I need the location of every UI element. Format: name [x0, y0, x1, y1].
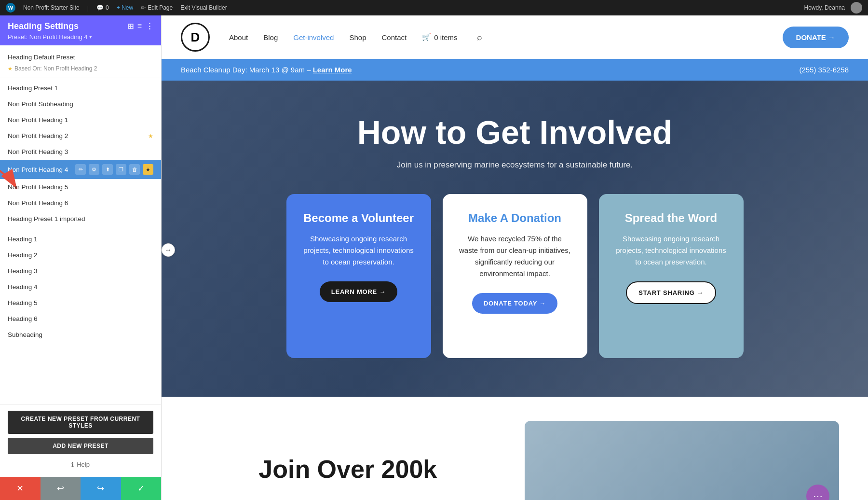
preset-item-heading-2[interactable]: Heading 2: [0, 247, 161, 263]
settings-preset-icon[interactable]: ⚙: [89, 164, 99, 175]
wp-logo-letter: W: [8, 5, 13, 11]
bottom-title: Join Over 200k: [190, 455, 505, 484]
comments-link[interactable]: 💬 0: [96, 4, 109, 11]
nav-about[interactable]: About: [229, 33, 248, 42]
learn-more-link[interactable]: Learn More: [313, 66, 352, 74]
preset-item-heading-preset-1[interactable]: Heading Preset 1: [0, 80, 161, 96]
bottom-section: Join Over 200k ⋯: [162, 397, 868, 500]
edit-preset-icon[interactable]: ✏: [75, 164, 86, 175]
nav-cart[interactable]: 🛒 0 items: [422, 33, 457, 42]
donation-card-title: Make A Donation: [458, 211, 572, 225]
preset-item-heading-default[interactable]: Heading Default Preset: [0, 49, 161, 65]
wp-logo[interactable]: W: [6, 3, 15, 13]
donation-card: Make A Donation We have recycled 75% of …: [443, 194, 587, 358]
comment-icon: 💬: [96, 4, 104, 11]
preset-item-np-heading-3[interactable]: Non Profit Heading 3: [0, 144, 161, 160]
preset-item-np-heading-6[interactable]: Non Profit Heading 6: [0, 195, 161, 211]
sidebar-toolbar: ✕ ↩ ↪ ✓: [0, 477, 161, 500]
active-item-icons: ✏ ⚙ ⬆ ❐ 🗑 ★: [75, 164, 153, 175]
sidebar-title-bar: Heading Settings ⊞ ≡ ⋮: [8, 21, 153, 31]
columns-icon[interactable]: ≡: [137, 22, 142, 31]
export-preset-icon[interactable]: ⬆: [102, 164, 113, 175]
preset-item-np-heading-1[interactable]: Non Profit Heading 1: [0, 112, 161, 128]
preset-item-np-heading-2[interactable]: Non Profit Heading 2 ★: [0, 128, 161, 144]
preset-item-heading-1[interactable]: Heading 1: [0, 231, 161, 247]
resize-handle[interactable]: ↔: [162, 243, 175, 257]
cards-container: Become a Volunteer Showcasing ongoing re…: [190, 194, 839, 358]
sidebar-title-text: Heading Settings: [8, 21, 79, 31]
announcement-text: Beach Cleanup Day: March 13 @ 9am – Lear…: [181, 66, 352, 74]
volunteer-card-title: Become a Volunteer: [302, 211, 416, 225]
preset-item-label: Non Profit Heading 3: [8, 148, 68, 155]
delete-preset-icon[interactable]: 🗑: [129, 164, 140, 175]
edit-page-link[interactable]: ✏ Edit Page: [141, 4, 173, 11]
star-icon-based-on: ★: [8, 66, 13, 72]
spread-card: Spread the Word Showcasing ongoing resea…: [599, 194, 744, 358]
phone-number: (255) 352-6258: [799, 66, 849, 74]
preset-item-heading-6[interactable]: Heading 6: [0, 311, 161, 327]
preset-list: Heading Default Preset ★ Based On: Non P…: [0, 45, 161, 404]
new-link[interactable]: + New: [117, 4, 133, 11]
content-area: D About Blog Get-involved Shop Contact 🛒…: [162, 15, 868, 500]
sidebar-header: Heading Settings ⊞ ≡ ⋮ Preset: Non Profi…: [0, 15, 161, 45]
add-preset-button[interactable]: ADD NEW PRESET: [8, 438, 153, 454]
start-sharing-button[interactable]: START SHARING →: [626, 281, 716, 304]
site-nav: About Blog Get-involved Shop Contact 🛒 0…: [229, 32, 783, 42]
undo-button[interactable]: ↩: [41, 477, 81, 500]
redo-icon: ↪: [97, 483, 104, 494]
preset-item-label: Non Profit Subheading: [8, 100, 73, 108]
bottom-image: ⋯: [525, 421, 840, 500]
confirm-button[interactable]: ✓: [121, 477, 162, 500]
donate-today-button[interactable]: DONATE TODAY →: [472, 293, 557, 314]
create-preset-button[interactable]: CREATE NEW PRESET FROM CURRENT STYLES: [8, 411, 153, 434]
preset-item-np-heading-4[interactable]: Non Profit Heading 4 ✏ ⚙ ⬆ ❐ 🗑 ★: [0, 160, 161, 179]
site-logo: D: [181, 23, 210, 52]
cart-items-label: 0 items: [434, 33, 457, 42]
preset-item-label: Heading 4: [8, 283, 38, 291]
nav-get-involved[interactable]: Get-involved: [293, 33, 334, 42]
preset-item-label: Heading 6: [8, 315, 38, 322]
preset-item-heading-5[interactable]: Heading 5: [0, 295, 161, 311]
confirm-icon: ✓: [137, 483, 145, 494]
avatar: [851, 2, 862, 14]
sidebar-preset-label[interactable]: Preset: Non Profit Heading 4 ▾: [8, 33, 153, 41]
preset-item-label: Subheading: [8, 331, 42, 338]
preset-item-label: Non Profit Heading 2: [8, 132, 68, 139]
learn-more-button[interactable]: LEARN MORE →: [320, 281, 398, 302]
bottom-text-area: Join Over 200k: [190, 455, 505, 484]
main-layout: Heading Settings ⊞ ≡ ⋮ Preset: Non Profi…: [0, 15, 868, 500]
volunteer-card: Become a Volunteer Showcasing ongoing re…: [286, 194, 431, 358]
preset-item-subheading[interactable]: Subheading: [0, 327, 161, 343]
preset-item-based-on: ★ Based On: Non Profit Heading 2: [0, 65, 161, 76]
redo-button[interactable]: ↪: [81, 477, 121, 500]
nav-blog[interactable]: Blog: [263, 33, 278, 42]
preset-item-heading-preset-1-imported[interactable]: Heading Preset 1 imported: [0, 211, 161, 227]
admin-bar: W Non Profit Starter Site | 💬 0 + New ✏ …: [0, 0, 868, 15]
preset-item-label: Non Profit Heading 6: [8, 199, 68, 207]
preset-item-heading-3[interactable]: Heading 3: [0, 263, 161, 279]
preset-label-text: Preset: Non Profit Heading 4: [8, 33, 87, 41]
preset-item-label: Heading 1: [8, 236, 38, 243]
spread-card-body: Showcasing ongoing research projects, te…: [614, 233, 728, 268]
expand-icon[interactable]: ⊞: [127, 22, 134, 31]
sidebar-help[interactable]: ℹ Help: [8, 458, 153, 471]
spread-card-title: Spread the Word: [614, 211, 728, 225]
hero-subtitle: Join us in preserving marine ecosystems …: [190, 160, 839, 170]
exit-builder-link[interactable]: Exit Visual Builder: [180, 4, 227, 11]
nav-contact[interactable]: Contact: [382, 33, 407, 42]
search-icon[interactable]: ⌕: [477, 32, 482, 42]
site-name-link[interactable]: Non Profit Starter Site: [23, 4, 80, 11]
preset-chevron-icon: ▾: [89, 34, 92, 40]
star-preset-icon[interactable]: ★: [143, 164, 153, 175]
preset-item-np-subheading[interactable]: Non Profit Subheading: [0, 96, 161, 112]
donate-nav-button[interactable]: DONATE →: [783, 27, 849, 48]
nav-shop[interactable]: Shop: [349, 33, 366, 42]
preset-item-heading-4[interactable]: Heading 4: [0, 279, 161, 295]
more-options-icon[interactable]: ⋮: [146, 22, 153, 31]
cancel-button[interactable]: ✕: [0, 477, 41, 500]
sidebar-title-icons: ⊞ ≡ ⋮: [127, 22, 153, 31]
purple-bubble[interactable]: ⋯: [806, 485, 829, 500]
help-circle-icon: ℹ: [71, 461, 74, 468]
duplicate-preset-icon[interactable]: ❐: [116, 164, 126, 175]
preset-item-np-heading-5[interactable]: Non Profit Heading 5: [0, 179, 161, 195]
